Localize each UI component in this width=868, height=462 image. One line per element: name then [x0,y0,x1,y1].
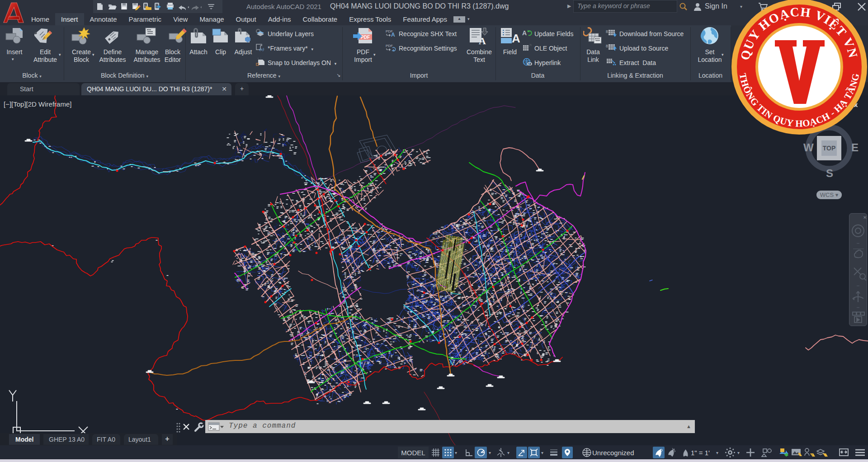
svg-text:S: S [826,167,833,178]
svg-text:A: A [512,32,520,45]
svg-text:A: A [522,29,527,37]
svg-text:A: A [479,35,486,46]
svg-text:W: W [803,141,814,154]
svg-text:PDF: PDF [361,35,370,40]
svg-text:(x): (x) [259,47,264,51]
svg-text:8: 8 [606,44,608,48]
svg-text:TOP: TOP [823,145,836,152]
svg-text:A: A [391,32,395,37]
svg-text:E: E [851,141,859,154]
svg-text:PDF: PDF [386,44,393,48]
svg-text:✕: ✕ [863,215,867,220]
svg-text:8: 8 [606,29,608,34]
svg-text:!: ! [811,453,812,457]
